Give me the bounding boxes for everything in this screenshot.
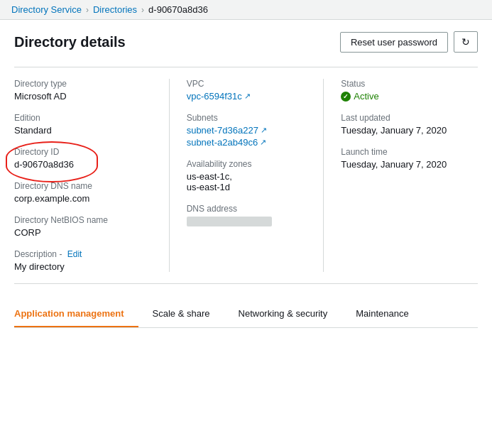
subnet2-link[interactable]: subnet-a2ab49c6 ↗: [187, 137, 266, 148]
edition-label: Edition: [14, 113, 155, 123]
refresh-button[interactable]: ↻: [454, 31, 478, 53]
last-updated-group: Last updated Tuesday, January 7, 2020: [341, 113, 464, 136]
vpc-link[interactable]: vpc-6594f31c ↗: [187, 91, 251, 102]
details-col-1: Directory type Microsoft AD Edition Stan…: [14, 79, 169, 272]
tabs-section: Application management Scale & share Net…: [14, 301, 478, 328]
tab-scale-share[interactable]: Scale & share: [138, 301, 224, 327]
page-title: Directory details: [14, 34, 126, 50]
details-col-3: Status Active Last updated Tuesday, Janu…: [323, 79, 478, 272]
az-value: us-east-1c,us-east-1d: [187, 171, 310, 192]
description-group: Description - Edit My directory: [14, 249, 155, 272]
az-label: Availability zones: [187, 159, 310, 169]
status-value: Active: [341, 91, 464, 102]
vpc-value: vpc-6594f31c ↗: [187, 91, 310, 102]
last-updated-value: Tuesday, January 7, 2020: [341, 125, 464, 136]
header-actions: Reset user password ↻: [340, 31, 478, 53]
vpc-label: VPC: [187, 79, 310, 89]
dns-address-group: DNS address: [187, 204, 310, 226]
external-link-icon-2: ↗: [261, 126, 267, 135]
vpc-group: VPC vpc-6594f31c ↗: [187, 79, 310, 102]
last-updated-label: Last updated: [341, 113, 464, 123]
netbios-value: CORP: [14, 227, 155, 238]
directory-id-group: Directory ID d-90670a8d36: [14, 147, 155, 170]
dns-address-label: DNS address: [187, 204, 310, 214]
tabs-row: Application management Scale & share Net…: [14, 301, 478, 327]
tab-app-management[interactable]: Application management: [14, 301, 138, 327]
status-active-icon: [341, 92, 351, 102]
tab-maintenance[interactable]: Maintenance: [341, 301, 422, 327]
breadcrumb-sep-2: ›: [141, 5, 144, 15]
launch-time-value: Tuesday, January 7, 2020: [341, 159, 464, 170]
reset-password-button[interactable]: Reset user password: [340, 32, 448, 53]
subnet2-value: subnet-a2ab49c6 ↗: [187, 137, 310, 148]
status-group: Status Active: [341, 79, 464, 102]
edition-group: Edition Standard: [14, 113, 155, 136]
az-group: Availability zones us-east-1c,us-east-1d: [187, 159, 310, 192]
directory-id-label: Directory ID: [14, 147, 155, 157]
external-link-icon: ↗: [244, 92, 251, 101]
dns-name-group: Directory DNS name corp.example.com: [14, 181, 155, 204]
netbios-label: Directory NetBIOS name: [14, 215, 155, 225]
directory-type-group: Directory type Microsoft AD: [14, 79, 155, 102]
subnets-group: Subnets subnet-7d36a227 ↗ subnet-a2ab49c…: [187, 113, 310, 148]
main-content: Directory details Reset user password ↻ …: [0, 20, 492, 328]
breadcrumb-directories-link[interactable]: Directories: [93, 4, 137, 15]
external-link-icon-3: ↗: [260, 138, 266, 147]
refresh-icon: ↻: [461, 36, 470, 48]
description-value: My directory: [14, 261, 155, 272]
netbios-group: Directory NetBIOS name CORP: [14, 215, 155, 238]
dns-address-value: [187, 217, 272, 226]
breadcrumb-current: d-90670a8d36: [148, 4, 208, 15]
directory-type-value: Microsoft AD: [14, 91, 155, 102]
description-edit-link[interactable]: Edit: [67, 249, 82, 259]
subnets-label: Subnets: [187, 113, 310, 123]
directory-type-label: Directory type: [14, 79, 155, 89]
dns-name-value: corp.example.com: [14, 193, 155, 204]
dns-name-label: Directory DNS name: [14, 181, 155, 191]
launch-time-group: Launch time Tuesday, January 7, 2020: [341, 147, 464, 170]
breadcrumb-sep-1: ›: [86, 5, 89, 15]
subnet1-link[interactable]: subnet-7d36a227 ↗: [187, 125, 267, 136]
status-label: Status: [341, 79, 464, 89]
description-label: Description - Edit: [14, 249, 155, 259]
subnet1-value: subnet-7d36a227 ↗: [187, 125, 310, 136]
details-grid: Directory type Microsoft AD Edition Stan…: [14, 67, 478, 284]
breadcrumb-service-link[interactable]: Directory Service: [11, 4, 82, 15]
breadcrumb: Directory Service › Directories › d-9067…: [0, 0, 492, 20]
tab-networking-security[interactable]: Networking & security: [224, 301, 342, 327]
directory-id-value: d-90670a8d36: [14, 159, 155, 170]
header-row: Directory details Reset user password ↻: [14, 31, 478, 53]
details-col-2: VPC vpc-6594f31c ↗ Subnets subnet-7d36a2…: [169, 79, 324, 272]
edition-value: Standard: [14, 125, 155, 136]
launch-time-label: Launch time: [341, 147, 464, 157]
